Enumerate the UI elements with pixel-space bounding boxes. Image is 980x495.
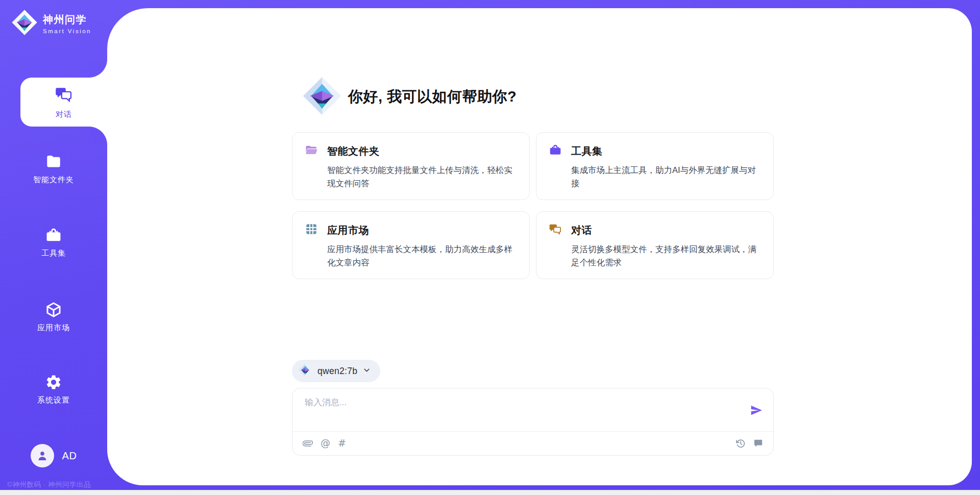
- greeting: 你好, 我可以如何帮助你?: [292, 76, 774, 118]
- tab-curve-top: [89, 59, 107, 78]
- history-button[interactable]: [736, 438, 746, 449]
- card-title: 智能文件夹: [327, 144, 380, 158]
- avatar: [31, 444, 54, 467]
- feature-card-chat[interactable]: 对话 灵活切换多模型文件，支持多样回复效果调试，满足个性化需求: [536, 211, 774, 279]
- card-title: 工具集: [571, 144, 603, 158]
- main-panel: 你好, 我可以如何帮助你? 智能文件夹 智能文件夹功能支持批量文件上传与清洗，轻…: [107, 8, 972, 485]
- folder-open-icon: [305, 143, 318, 159]
- brand-subtitle: Smart Vision: [43, 28, 91, 34]
- sidebar-footer-text: ©神州数码 · 神州问学出品: [7, 480, 91, 489]
- tab-curve-bottom: [89, 127, 107, 145]
- hashtag-button[interactable]: #: [338, 438, 346, 448]
- gear-icon: [45, 374, 62, 391]
- sidebar-item-settings[interactable]: 系统设置: [0, 374, 107, 405]
- sidebar-item-label: 系统设置: [37, 395, 70, 405]
- card-description: 智能文件夹功能支持批量文件上传与清洗，轻松实现文件问答: [327, 163, 517, 190]
- sidebar-item-app-market[interactable]: 应用市场: [0, 301, 107, 333]
- brand-name: 神州问学: [43, 13, 91, 27]
- attach-button[interactable]: [303, 438, 313, 449]
- card-description: 应用市场提供丰富长文本模板，助力高效生成多样化文章内容: [327, 242, 517, 269]
- model-diamond-icon: [298, 363, 312, 379]
- message-input[interactable]: [304, 395, 741, 429]
- feature-card-toolset[interactable]: 工具集 集成市场上主流工具，助力AI与外界无缝扩展与对接: [536, 132, 774, 200]
- sidebar-item-label: 对话: [56, 110, 72, 119]
- chat-icon: [549, 222, 562, 238]
- person-icon: [36, 449, 49, 462]
- card-description: 集成市场上主流工具，助力AI与外界无缝扩展与对接: [571, 163, 761, 190]
- model-name: qwen2:7b: [317, 366, 357, 377]
- sidebar-item-chat[interactable]: 对话: [20, 78, 107, 127]
- sidebar-item-label: 智能文件夹: [33, 175, 74, 185]
- feature-card-smart-folder[interactable]: 智能文件夹 智能文件夹功能支持批量文件上传与清洗，轻松实现文件问答: [292, 132, 530, 200]
- toolbox-icon: [549, 143, 562, 159]
- sidebar-item-toolset[interactable]: 工具集: [0, 227, 107, 258]
- card-description: 灵活切换多模型文件，支持多样回复效果调试，满足个性化需求: [571, 242, 761, 269]
- sidebar-item-label: 工具集: [41, 249, 66, 258]
- hashtag-icon: #: [338, 438, 346, 448]
- greeting-diamond-icon: [302, 76, 342, 118]
- at-icon: @: [321, 438, 330, 448]
- page-bottom-strip: [0, 490, 980, 495]
- paperclip-icon: [303, 438, 313, 449]
- chat-bubble-icon: [753, 438, 763, 448]
- main-content: 你好, 我可以如何帮助你? 智能文件夹 智能文件夹功能支持批量文件上传与清洗，轻…: [292, 8, 774, 456]
- send-button[interactable]: [750, 404, 763, 417]
- sidebar-item-label: 应用市场: [37, 323, 70, 333]
- chat-icon: [55, 85, 73, 106]
- mention-button[interactable]: @: [321, 438, 330, 448]
- composer-toolbar: @ #: [292, 431, 773, 455]
- feature-card-app-market[interactable]: 应用市场 应用市场提供丰富长文本模板，助力高效生成多样化文章内容: [292, 211, 530, 279]
- chevron-down-icon: [362, 366, 371, 377]
- cube-icon: [45, 301, 62, 318]
- brand-logo: 神州问学 Smart Vision: [11, 9, 91, 38]
- user-initials: AD: [62, 450, 77, 462]
- history-icon: [736, 438, 746, 449]
- model-selector[interactable]: qwen2:7b: [292, 360, 380, 382]
- sidebar-item-smart-folder[interactable]: 智能文件夹: [0, 153, 107, 185]
- composer: @ #: [292, 388, 774, 456]
- grid-icon: [305, 222, 318, 238]
- send-icon: [750, 404, 763, 417]
- sidebar: 神州问学 Smart Vision 对话 智能文件夹: [0, 0, 107, 495]
- folder-icon: [45, 153, 62, 170]
- feedback-button[interactable]: [753, 438, 763, 448]
- user-account[interactable]: AD: [0, 444, 107, 467]
- brand-diamond-icon: [11, 9, 38, 38]
- feature-cards: 智能文件夹 智能文件夹功能支持批量文件上传与清洗，轻松实现文件问答 工具集: [292, 132, 774, 279]
- toolbox-icon: [45, 227, 62, 244]
- greeting-title: 你好, 我可以如何帮助你?: [348, 87, 517, 107]
- card-title: 应用市场: [327, 224, 369, 237]
- card-title: 对话: [571, 224, 592, 237]
